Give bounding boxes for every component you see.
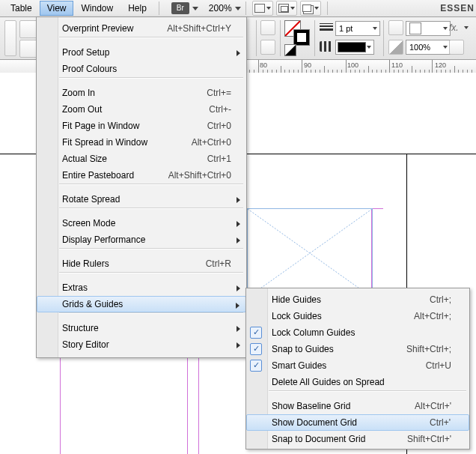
menu-bar: Table View Window Help Br 200% ESSEN <box>0 0 476 17</box>
stroke-swatch[interactable] <box>293 29 310 46</box>
submenu-arrow-icon <box>237 342 240 348</box>
menu-item-label: Zoom In <box>62 88 95 98</box>
tool-icon[interactable] <box>4 20 16 56</box>
menu-shortcut: Ctrl+= <box>207 85 231 101</box>
menu-shortcut: Ctrl+' <box>430 415 451 430</box>
menu-item[interactable]: Proof Colours <box>37 61 246 77</box>
menu-item-label: Show Document Grid <box>272 417 357 428</box>
ruler-label: 80 <box>260 61 267 69</box>
menu-item[interactable]: Rotate Spread <box>37 191 246 208</box>
menu-item-label: Lock Guides <box>272 311 322 321</box>
menu-help[interactable]: Help <box>120 1 154 16</box>
menu-item-label: Overprint Preview <box>62 23 133 34</box>
menu-shortcut: Ctrl+; <box>430 291 451 308</box>
menu-item[interactable]: Delete All Guides on Spread <box>246 374 469 390</box>
opacity-icon[interactable] <box>388 40 403 55</box>
menu-window[interactable]: Window <box>73 1 120 16</box>
ruler-label: 90 <box>304 61 311 69</box>
stroke-weight-field[interactable]: 1 pt <box>335 21 380 36</box>
menu-item[interactable]: Display Performance <box>37 231 246 248</box>
menu-item[interactable]: Extras <box>37 279 246 296</box>
opacity-field[interactable]: 100% <box>406 40 451 55</box>
menu-shortcut: Shift+Ctrl+' <box>407 431 451 447</box>
chevron-down-icon <box>443 46 448 49</box>
chevron-down-icon <box>464 26 469 29</box>
menu-item[interactable]: Hide GuidesCtrl+; <box>246 291 469 308</box>
menu-item[interactable]: Snap to GuidesShift+Ctrl+;✓ <box>246 341 469 357</box>
menu-item-label: Zoom Out <box>62 104 102 115</box>
flip-h-icon[interactable] <box>260 20 275 35</box>
effects-icon[interactable] <box>388 20 403 35</box>
menu-item-label: Show Baseline Grid <box>272 401 350 411</box>
menu-shortcut: Alt+Shift+Ctrl+Y <box>167 20 231 37</box>
menu-item[interactable]: Show Baseline GridAlt+Ctrl+' <box>246 398 469 414</box>
menu-item[interactable]: Show Document GridCtrl+' <box>246 414 469 431</box>
separator <box>256 20 257 56</box>
grids-guides-submenu: Hide GuidesCtrl+;Lock GuidesAlt+Ctrl+;Lo… <box>245 288 470 450</box>
menu-item-label: Delete All Guides on Spread <box>272 377 385 387</box>
menu-item[interactable]: Screen Mode <box>37 215 246 231</box>
menu-item[interactable]: Fit Page in WindowCtrl+0 <box>37 118 246 134</box>
menu-item[interactable]: Smart GuidesCtrl+U✓ <box>246 357 469 374</box>
screen-mode-button[interactable] <box>252 1 273 16</box>
menu-item[interactable]: Fit Spread in WindowAlt+Ctrl+0 <box>37 134 246 151</box>
menu-item[interactable]: Hide RulersCtrl+R <box>37 255 246 272</box>
zoom-field[interactable]: 200% <box>209 3 241 13</box>
menu-separator <box>59 248 243 249</box>
menu-item-label: Lock Column Guides <box>272 327 355 338</box>
container-swatch[interactable] <box>284 44 296 56</box>
menu-item[interactable]: Snap to Document GridShift+Ctrl+' <box>246 431 469 447</box>
menu-item-label: Story Editor <box>62 339 109 350</box>
arrange-button[interactable] <box>300 1 321 16</box>
chevron-down-icon <box>443 27 448 30</box>
separator <box>245 1 246 15</box>
menu-item-label: Entire Pasteboard <box>62 170 134 181</box>
effects-field[interactable] <box>406 21 451 36</box>
menu-item[interactable]: Lock Column Guides✓ <box>246 324 469 341</box>
menu-shortcut: Ctrl+U <box>426 357 451 374</box>
zoom-value: 200% <box>209 3 232 13</box>
check-icon: ✓ <box>250 360 262 372</box>
menu-table[interactable]: Table <box>3 1 40 16</box>
chevron-down-icon <box>367 46 371 49</box>
bridge-button[interactable]: Br <box>171 2 189 14</box>
drop-shadow-icon[interactable] <box>449 40 464 55</box>
menu-item[interactable]: Actual SizeCtrl+1 <box>37 151 246 167</box>
menu-item[interactable]: Grids & Guides <box>37 296 246 312</box>
menu-item-label: Screen Mode <box>62 218 115 228</box>
stroke-weight-icon <box>320 22 333 32</box>
flip-v-icon[interactable] <box>260 40 275 55</box>
menu-item[interactable]: Zoom OutCtrl+- <box>37 101 246 118</box>
fx-button[interactable]: fx. <box>449 22 459 33</box>
menu-shortcut: Ctrl+- <box>209 101 231 118</box>
menu-item-label: Fit Page in Window <box>62 121 139 131</box>
menu-item[interactable]: Lock GuidesAlt+Ctrl+; <box>246 308 469 324</box>
menu-item-label: Rotate Spread <box>62 194 120 205</box>
menu-item-label: Snap to Document Grid <box>272 434 365 444</box>
menu-item[interactable]: Overprint PreviewAlt+Shift+Ctrl+Y <box>37 20 246 37</box>
menu-item-label: Extras <box>62 282 88 293</box>
menu-view[interactable]: View <box>40 1 74 16</box>
chevron-down-icon <box>373 27 377 30</box>
bridge-dropdown-icon[interactable] <box>192 7 198 10</box>
submenu-arrow-icon <box>237 50 240 56</box>
chevron-down-icon <box>235 7 241 10</box>
separator <box>159 1 159 15</box>
submenu-arrow-icon <box>237 285 240 291</box>
menu-item[interactable]: Story Editor <box>37 336 246 353</box>
workspace-label[interactable]: ESSEN <box>440 3 475 13</box>
menu-shortcut: Ctrl+0 <box>207 118 231 134</box>
placeholder-frame[interactable] <box>247 208 373 298</box>
stroke-style-field[interactable] <box>335 40 374 55</box>
menu-item[interactable]: Zoom InCtrl+= <box>37 85 246 101</box>
menu-item[interactable]: Proof Setup <box>37 44 246 61</box>
menu-separator <box>59 77 243 79</box>
menu-item[interactable]: Structure <box>37 320 246 336</box>
view-menu: Overprint PreviewAlt+Shift+Ctrl+YProof S… <box>36 16 247 358</box>
menu-item[interactable]: Entire PasteboardAlt+Shift+Ctrl+0 <box>37 167 246 184</box>
separator <box>327 1 328 15</box>
menu-item-label: Proof Setup <box>62 47 109 58</box>
view-options-button[interactable] <box>276 1 297 16</box>
chevron-down-icon <box>266 7 271 10</box>
menu-item-label: Hide Rulers <box>62 258 109 269</box>
